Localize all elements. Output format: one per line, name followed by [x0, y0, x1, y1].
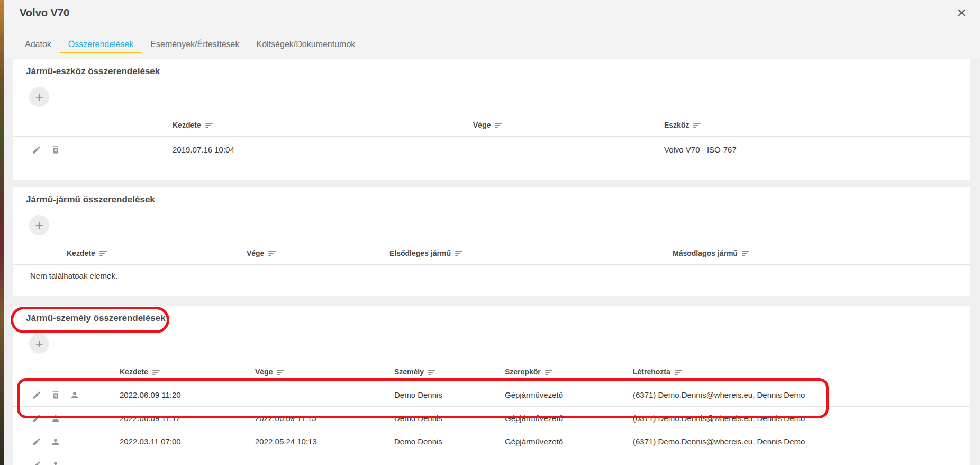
cell-letrehozta: (6371) Demo.Dennis@whereis.eu, Dennis De…	[625, 414, 970, 423]
column-header-masodlagos-jarmu[interactable]: Másodlagos jármű	[665, 249, 970, 257]
sort-icon	[268, 251, 276, 256]
add-assignment-button[interactable]: +	[29, 87, 49, 107]
section-title: Jármű-jármű összerendelések	[26, 194, 970, 205]
sort-icon	[545, 370, 552, 375]
row-actions	[13, 437, 112, 446]
tab-adatok[interactable]: Adatok	[16, 38, 60, 51]
section-vehicle-vehicle-assignments: Jármű-jármű összerendelések + Kezdete Vé…	[13, 187, 970, 296]
table-row	[13, 453, 970, 465]
sort-icon	[455, 251, 462, 256]
row-actions	[13, 145, 165, 155]
cell-vege: 2022.06.09 11:15	[248, 414, 387, 423]
cell-letrehozta: (6371) Demo.Dennis@whereis.eu, Dennis De…	[625, 390, 970, 399]
column-header-vege[interactable]: Vége	[466, 121, 657, 129]
sort-icon	[152, 370, 160, 375]
row-actions	[13, 414, 112, 423]
add-assignment-button[interactable]: +	[29, 334, 49, 354]
table-row: 2019.07.16 10:04 Volvo V70 - ISO-767	[13, 137, 970, 163]
delete-icon[interactable]	[51, 145, 60, 155]
tab-osszerendelesek[interactable]: Összerendelések	[60, 38, 142, 51]
edit-icon[interactable]	[32, 145, 41, 155]
tab-esemenyek-ertesitesek[interactable]: Események/Értesítések	[142, 38, 248, 51]
column-header-kezdete[interactable]: Kezdete	[165, 121, 466, 129]
empty-table-message: Nem találhatóak elemek.	[13, 265, 970, 286]
cell-kezdete: 2022.06.09 11:12	[112, 414, 248, 423]
person-icon[interactable]	[51, 437, 60, 446]
column-header-vege[interactable]: Vége	[239, 249, 382, 257]
column-header-letrehozta[interactable]: Létrehozta	[625, 368, 970, 376]
sort-icon	[99, 251, 107, 256]
tab-koltsegek-dokumentumok[interactable]: Költségek/Dokumentumok	[248, 38, 364, 51]
person-icon[interactable]	[70, 390, 79, 400]
sort-icon	[675, 370, 682, 375]
sort-icon	[428, 370, 435, 375]
column-header-szemely[interactable]: Személy	[387, 368, 497, 376]
table-row: 2022.03.11 07:00 2022.05.24 10:13 Demo D…	[13, 430, 970, 453]
sort-icon	[742, 251, 749, 256]
close-icon[interactable]: ×	[954, 3, 969, 22]
cell-letrehozta: (6371) Demo.Dennis@whereis.eu, Dennis De…	[625, 437, 970, 446]
sort-icon	[693, 123, 701, 128]
modal-header: Volvo V70 × Adatok Összerendelések Esemé…	[4, 0, 980, 58]
tab-content: Jármű-eszköz összerendelések + Kezdete V…	[4, 58, 980, 465]
person-icon[interactable]	[51, 414, 60, 423]
cell-szemely: Demo Dennis	[387, 390, 497, 399]
cell-szemely: Demo Dennis	[387, 437, 497, 446]
column-header-kezdete[interactable]: Kezdete	[112, 368, 248, 376]
cell-szerepkor: Gépjárművezető	[497, 414, 625, 423]
edit-icon[interactable]	[32, 414, 41, 423]
row-actions	[13, 460, 112, 465]
section-vehicle-device-assignments: Jármű-eszköz összerendelések + Kezdete V…	[13, 59, 970, 180]
cell-eszkoz: Volvo V70 - ISO-767	[657, 145, 970, 154]
section-title: Jármű-személy összerendelések	[26, 312, 970, 324]
background-photo-sliver	[0, 0, 4, 465]
sort-icon	[277, 370, 284, 375]
cell-kezdete: 2019.07.16 10:04	[165, 145, 466, 154]
modal-volvo-v70: Volvo V70 × Adatok Összerendelések Esemé…	[4, 0, 980, 465]
cell-szerepkor: Gépjárművezető	[497, 437, 625, 446]
table-header-row: Kezdete Vége Elsődleges jármű Másodlagos…	[13, 242, 970, 265]
cell-szerepkor: Gépjárművezető	[497, 390, 625, 399]
dialog-title: Volvo V70	[20, 7, 69, 19]
edit-icon[interactable]	[32, 437, 41, 446]
table-header-row: Kezdete Vége Személy Szerepkör Létrehozt…	[13, 360, 970, 383]
table-header-row: Kezdete Vége Eszköz	[13, 113, 970, 137]
cell-kezdete: 2022.06.09 11:20	[112, 390, 248, 399]
section-title: Jármű-eszköz összerendelések	[26, 66, 970, 77]
row-actions	[13, 390, 112, 400]
column-header-vege[interactable]: Vége	[248, 368, 387, 376]
column-header-eszkoz[interactable]: Eszköz	[657, 121, 970, 129]
delete-icon[interactable]	[51, 390, 60, 400]
cell-vege: 2022.05.24 10:13	[248, 437, 387, 446]
table-row: 2022.06.09 11:20 Demo Dennis Gépjárművez…	[13, 383, 970, 407]
column-header-kezdete[interactable]: Kezdete	[59, 249, 239, 257]
person-icon[interactable]	[51, 460, 60, 465]
vehicle-details-dialog: Volvo V70 × Adatok Összerendelések Esemé…	[0, 0, 980, 465]
sort-icon	[205, 123, 213, 128]
edit-icon[interactable]	[32, 390, 41, 400]
table-row: 2022.06.09 11:12 2022.06.09 11:15 Demo D…	[13, 407, 970, 430]
cell-kezdete: 2022.03.11 07:00	[112, 437, 248, 446]
tab-bar: Adatok Összerendelések Események/Értesít…	[16, 38, 364, 51]
edit-icon[interactable]	[32, 460, 41, 465]
column-header-szerepkor[interactable]: Szerepkör	[497, 368, 625, 376]
sort-icon	[495, 123, 502, 128]
cell-szemely: Demo Dennis	[387, 414, 497, 423]
add-assignment-button[interactable]: +	[29, 215, 49, 235]
column-header-elsodleges-jarmu[interactable]: Elsődleges jármű	[382, 249, 665, 257]
section-vehicle-person-assignments: Jármű-személy összerendelések + Kezdete …	[13, 306, 970, 465]
